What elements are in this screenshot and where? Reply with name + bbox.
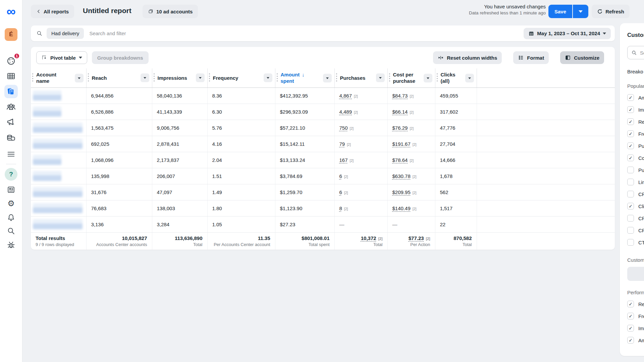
reset-column-widths-button[interactable]: Reset column widths xyxy=(433,51,502,64)
meta-logo[interactable]: ∞ xyxy=(4,5,18,18)
metric-checkbox-item[interactable]: Rea xyxy=(627,298,644,310)
save-options-button[interactable] xyxy=(573,5,588,18)
column-drag-handle[interactable] xyxy=(88,73,89,82)
checkbox-checked[interactable] xyxy=(627,337,634,344)
date-range-button[interactable]: May 1, 2023 – Oct 31, 2024 xyxy=(524,28,611,39)
metrics-search-box[interactable] xyxy=(627,46,644,59)
footnoted-value-link[interactable]: $78.64 xyxy=(392,157,408,163)
checkbox-unchecked[interactable] xyxy=(627,179,634,185)
sidebar-item-billing[interactable] xyxy=(4,131,18,145)
footnoted-value-link[interactable]: 8 xyxy=(339,205,342,211)
checkbox-unchecked[interactable] xyxy=(627,191,634,197)
metric-checkbox-item[interactable]: CP xyxy=(627,212,644,224)
footnoted-value-link[interactable]: 167 xyxy=(339,157,348,163)
footnoted-value-link[interactable]: $209.95 xyxy=(392,189,411,195)
account-name-cell[interactable] xyxy=(31,104,86,120)
column-header-amount[interactable]: Amount↓spent xyxy=(275,68,334,87)
checkbox-checked[interactable] xyxy=(627,155,634,161)
column-header-account[interactable]: Accountname xyxy=(31,68,86,87)
column-menu-button[interactable] xyxy=(75,74,84,82)
checkbox-checked[interactable] xyxy=(627,203,634,209)
metric-checkbox-item[interactable]: Pur xyxy=(627,140,644,152)
checkbox-checked[interactable] xyxy=(627,325,634,331)
sidebar-item-globe[interactable]: 1 xyxy=(4,54,18,68)
column-drag-handle[interactable] xyxy=(209,73,210,82)
column-drag-handle[interactable] xyxy=(389,73,390,82)
footnoted-total-link[interactable]: 10,372 xyxy=(361,235,376,241)
metric-checkbox-item[interactable]: Imp xyxy=(627,322,644,334)
checkbox-checked[interactable] xyxy=(627,118,634,125)
column-header-clicks[interactable]: Clicks(all) xyxy=(435,68,477,87)
sidebar-item-table[interactable] xyxy=(4,69,18,83)
footnoted-value-link[interactable]: 6 xyxy=(339,189,342,195)
account-name-cell[interactable] xyxy=(31,216,86,232)
footnoted-value-link[interactable]: 6 xyxy=(339,173,342,179)
pivot-table-dropdown[interactable]: Pivot table xyxy=(36,51,87,64)
checkbox-checked[interactable] xyxy=(627,106,634,113)
sidebar-item-search[interactable] xyxy=(4,224,18,238)
ad-accounts-button[interactable]: 10 ad accounts xyxy=(143,5,198,18)
sidebar-item-all-tools[interactable] xyxy=(4,147,18,161)
column-header-cost[interactable]: Cost perpurchase xyxy=(387,68,435,87)
metric-checkbox-item[interactable]: CP xyxy=(627,224,644,236)
footnoted-value-link[interactable]: $76.29 xyxy=(392,125,408,131)
checkbox-unchecked[interactable] xyxy=(627,167,634,173)
refresh-button[interactable]: Refresh xyxy=(592,5,630,18)
metric-checkbox-item[interactable]: Fre xyxy=(627,128,644,140)
sidebar-item-report-problem[interactable] xyxy=(4,238,18,252)
checkbox-checked[interactable] xyxy=(627,301,634,307)
footnoted-value-link[interactable]: $140.49 xyxy=(392,205,411,211)
checkbox-checked[interactable] xyxy=(627,94,634,101)
customize-button[interactable]: Customize xyxy=(560,51,604,64)
metric-checkbox-item[interactable]: Cos xyxy=(627,152,644,164)
checkbox-checked[interactable] xyxy=(627,142,634,149)
column-menu-button[interactable] xyxy=(196,73,205,82)
account-name-cell[interactable] xyxy=(31,168,86,184)
all-reports-back-button[interactable]: All reports xyxy=(31,5,74,18)
account-name-cell[interactable] xyxy=(31,152,86,168)
sidebar-item-audiences[interactable] xyxy=(4,100,18,114)
checkbox-checked[interactable] xyxy=(627,313,634,319)
had-delivery-filter-chip[interactable]: Had delivery xyxy=(47,28,84,39)
custom-metric-box[interactable] xyxy=(627,267,644,281)
footnoted-value-link[interactable]: 750 xyxy=(339,125,348,131)
metrics-search-input[interactable] xyxy=(640,50,644,56)
metric-checkbox-item[interactable]: Imp xyxy=(627,104,644,116)
sidebar-item-ads[interactable] xyxy=(4,115,18,129)
footnoted-value-link[interactable]: $630.78 xyxy=(392,173,411,179)
checkbox-unchecked[interactable] xyxy=(627,239,634,246)
footnoted-value-link[interactable]: 4,867 xyxy=(339,93,352,99)
column-drag-handle[interactable] xyxy=(437,73,438,82)
column-menu-button[interactable] xyxy=(141,73,149,82)
metric-checkbox-item[interactable]: Am xyxy=(627,334,644,346)
column-drag-handle[interactable] xyxy=(336,73,337,82)
checkbox-checked[interactable] xyxy=(627,130,634,137)
column-header-purchases[interactable]: Purchases xyxy=(334,68,387,87)
business-avatar[interactable]: É xyxy=(4,28,18,41)
sidebar-item-notifications[interactable] xyxy=(4,211,18,224)
metric-checkbox-item[interactable]: Am xyxy=(627,92,644,104)
column-menu-button[interactable] xyxy=(376,73,385,82)
metric-checkbox-item[interactable]: CP xyxy=(627,188,644,200)
metric-checkbox-item[interactable]: Fre xyxy=(627,310,644,322)
metric-checkbox-item[interactable]: Clic xyxy=(627,200,644,212)
metric-checkbox-item[interactable]: Rea xyxy=(627,116,644,128)
account-name-cell[interactable] xyxy=(31,87,86,104)
search-and-filter-input[interactable] xyxy=(89,31,524,36)
checkbox-unchecked[interactable] xyxy=(627,215,634,222)
footnoted-value-link[interactable]: $66.14 xyxy=(392,109,408,115)
column-drag-handle[interactable] xyxy=(277,73,278,82)
metric-checkbox-item[interactable]: CT xyxy=(627,236,644,248)
column-header-frequency[interactable]: Frequency xyxy=(207,68,275,87)
breakdowns-link[interactable]: Breako xyxy=(627,69,644,74)
column-menu-button[interactable] xyxy=(424,74,432,82)
column-drag-handle[interactable] xyxy=(32,73,33,82)
footnoted-value-link[interactable]: $191.67 xyxy=(392,141,411,147)
footnoted-value-link[interactable]: 79 xyxy=(339,141,345,147)
account-name-cell[interactable] xyxy=(31,120,86,136)
account-name-cell[interactable] xyxy=(31,184,86,200)
format-button[interactable]: Format xyxy=(513,51,549,64)
sidebar-item-help[interactable]: ? xyxy=(4,168,18,181)
column-menu-button[interactable] xyxy=(264,73,272,82)
column-menu-button[interactable] xyxy=(465,74,474,82)
